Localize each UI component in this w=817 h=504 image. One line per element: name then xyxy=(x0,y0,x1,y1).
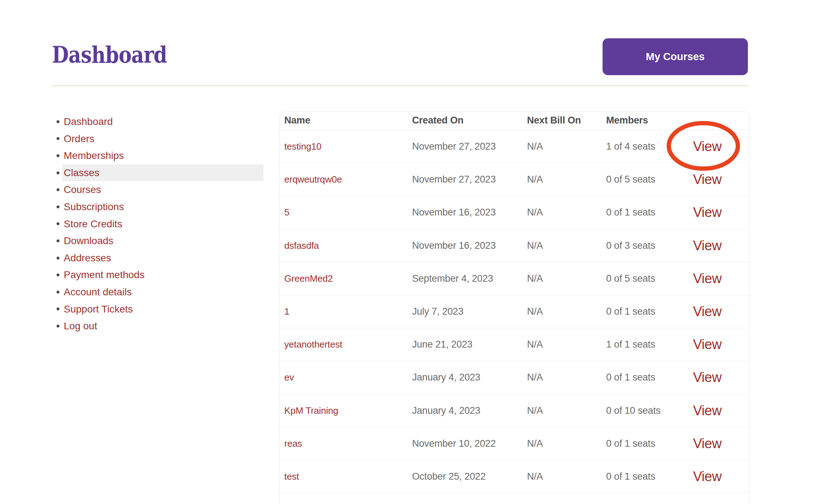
sidebar-item-link[interactable]: Subscriptions xyxy=(62,198,264,215)
next-bill-on-cell: N/A xyxy=(524,196,603,229)
dashboard-page: Dashboard My Courses Dashboard Orders Me… xyxy=(0,0,817,504)
class-name-cell: ev xyxy=(280,361,408,394)
sidebar-item: Classes xyxy=(54,164,264,181)
class-name-link[interactable]: yetanothertest xyxy=(284,339,342,350)
members-cell: 0 of 1 seats xyxy=(603,295,683,328)
table-row: reas November 10, 2022 N/A 0 of 1 seats … xyxy=(280,427,749,460)
sidebar-item: Subscriptions xyxy=(54,198,264,215)
class-name-cell: GreenMed2 xyxy=(280,262,408,295)
sidebar-item: Store Credits xyxy=(54,215,264,233)
classes-table-container: Name Created On Next Bill On Members tes… xyxy=(279,111,749,504)
created-on-cell: November 27, 2023 xyxy=(408,163,524,196)
sidebar-item: Account details xyxy=(54,284,264,301)
view-link[interactable]: View xyxy=(693,469,722,484)
sidebar-item: Memberships xyxy=(54,147,264,164)
action-cell: View xyxy=(683,361,749,394)
action-cell: View xyxy=(683,460,749,493)
members-cell: 0 of 5 seats xyxy=(603,163,683,196)
view-link[interactable]: View xyxy=(693,337,722,352)
next-bill-on-cell: N/A xyxy=(524,328,603,361)
action-cell: View xyxy=(683,229,749,262)
sidebar-item-link[interactable]: Payment methods xyxy=(62,266,264,284)
sidebar-item: Orders xyxy=(54,130,264,147)
class-name-link[interactable]: reas xyxy=(284,438,302,449)
sidebar-item-link[interactable]: Support Tickets xyxy=(62,301,264,318)
table-row: yetanothertest June 21, 2023 N/A 1 of 1 … xyxy=(280,328,749,361)
sidebar-item-link[interactable]: Dashboard xyxy=(62,113,264,130)
next-bill-on-cell: N/A xyxy=(524,130,603,163)
view-link[interactable]: View xyxy=(693,370,722,385)
action-cell: View xyxy=(683,394,749,427)
members-cell: 0 of 1 seats xyxy=(603,460,683,493)
action-cell: View xyxy=(683,328,749,361)
class-name-link[interactable]: 5 xyxy=(284,207,289,218)
sidebar-item: Courses xyxy=(54,181,264,198)
sidebar-item: Downloads xyxy=(54,232,264,249)
members-cell: 0 of 1 seats xyxy=(603,361,683,394)
sidebar-item-link[interactable]: Downloads xyxy=(62,232,264,249)
members-cell: 1 of 1 seats xyxy=(603,328,683,361)
class-name-link[interactable]: testing10 xyxy=(284,141,322,152)
view-link[interactable]: View xyxy=(693,403,722,418)
sidebar-item-link[interactable]: Account details xyxy=(62,284,264,301)
members-cell: 1 of 4 seats xyxy=(603,130,683,163)
class-name-cell: erqweutrqw0e xyxy=(280,163,408,196)
table-row: testing10 November 27, 2023 N/A 1 of 4 s… xyxy=(280,130,749,163)
class-name-cell: test xyxy=(280,460,408,493)
action-cell: View xyxy=(683,427,749,460)
class-name-cell: reas xyxy=(280,427,408,460)
class-name-link[interactable]: ev xyxy=(284,372,294,383)
members-cell: 0 of 1 seats xyxy=(603,196,683,229)
column-header-action xyxy=(683,111,749,130)
table-row: erqweutrqw0e November 27, 2023 N/A 0 of … xyxy=(280,163,749,196)
class-name-cell: KpM Training xyxy=(280,394,408,427)
action-cell: View xyxy=(683,196,749,229)
action-cell: View xyxy=(683,130,749,163)
sidebar-item-link[interactable]: Classes xyxy=(62,164,264,181)
members-cell: 0 of 3 seats xyxy=(603,229,683,262)
view-link[interactable]: View xyxy=(693,436,722,451)
class-name-link[interactable]: erqweutrqw0e xyxy=(284,174,342,185)
page-title: Dashboard xyxy=(52,43,167,66)
class-name-link[interactable]: GreenMed2 xyxy=(284,273,333,284)
next-bill-on-cell: N/A xyxy=(524,394,603,427)
view-link[interactable]: View xyxy=(693,271,722,286)
next-bill-on-cell: N/A xyxy=(524,361,603,394)
classes-table: Name Created On Next Bill On Members tes… xyxy=(279,111,749,504)
view-link[interactable]: View xyxy=(693,304,722,319)
class-name-link[interactable]: dsfasdfa xyxy=(284,240,319,251)
class-name-link[interactable]: KpM Training xyxy=(284,405,338,416)
created-on-cell: June 21, 2023 xyxy=(408,328,524,361)
view-link[interactable]: View xyxy=(693,205,722,220)
sidebar-item: Support Tickets xyxy=(54,301,264,318)
members-cell: 0 of 1 seats xyxy=(603,427,683,460)
view-link[interactable]: View xyxy=(693,238,722,253)
view-link[interactable]: View xyxy=(693,172,722,187)
created-on-cell: October 25, 2022 xyxy=(408,460,524,493)
table-row: dsfasdfa November 16, 2023 N/A 0 of 3 se… xyxy=(280,229,749,262)
table-row: KpM Training January 4, 2023 N/A 0 of 10… xyxy=(280,394,749,427)
table-header-row: Name Created On Next Bill On Members xyxy=(280,111,749,130)
sidebar-item-link[interactable]: Courses xyxy=(62,181,264,198)
class-name-link[interactable]: test xyxy=(284,471,299,482)
column-header-next-bill-on: Next Bill On xyxy=(524,111,603,130)
sidebar-item-link[interactable]: Store Credits xyxy=(62,215,264,233)
table-row: test October 25, 2022 N/A 0 of 1 seats V… xyxy=(280,460,749,493)
view-link[interactable]: View xyxy=(693,139,722,154)
sidebar-item-link[interactable]: Addresses xyxy=(62,249,264,267)
class-name-link[interactable]: 1 xyxy=(284,306,289,317)
action-cell: View xyxy=(683,262,749,295)
next-bill-on-cell: N/A xyxy=(524,295,603,328)
account-sidebar-nav: Dashboard Orders Memberships Classes Cou… xyxy=(54,113,264,335)
sidebar-item: Dashboard xyxy=(54,113,264,130)
created-on-cell: November 10, 2022 xyxy=(408,427,524,460)
sidebar-item-link[interactable]: Memberships xyxy=(62,147,264,164)
sidebar-item-link[interactable]: Log out xyxy=(62,318,264,335)
my-courses-button[interactable]: My Courses xyxy=(603,38,748,75)
sidebar-item-link[interactable]: Orders xyxy=(62,130,264,147)
table-spacer-row xyxy=(280,493,749,504)
created-on-cell: January 4, 2023 xyxy=(408,394,524,427)
class-name-cell: 1 xyxy=(280,295,408,328)
next-bill-on-cell: N/A xyxy=(524,427,603,460)
sidebar-item: Payment methods xyxy=(54,266,264,284)
